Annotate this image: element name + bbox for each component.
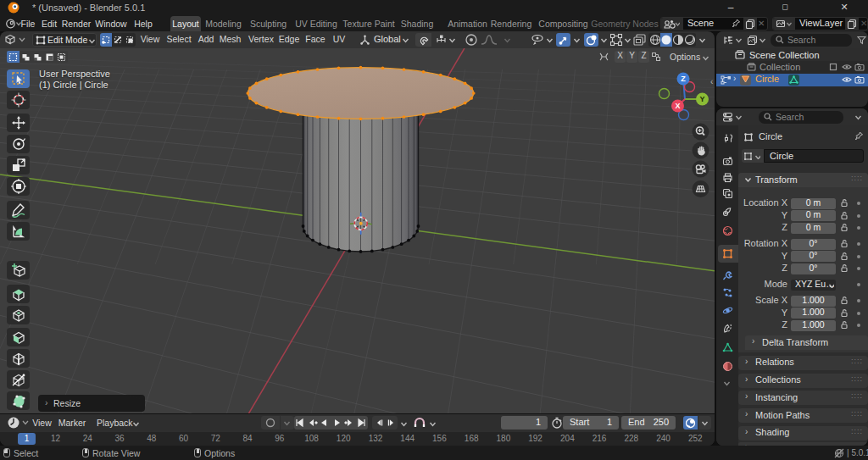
svg-text:Y: Y [699, 95, 704, 103]
svg-text:X: X [675, 102, 680, 110]
svg-text:Z: Z [681, 75, 686, 83]
svg-text:‹: ‹ [710, 77, 713, 86]
